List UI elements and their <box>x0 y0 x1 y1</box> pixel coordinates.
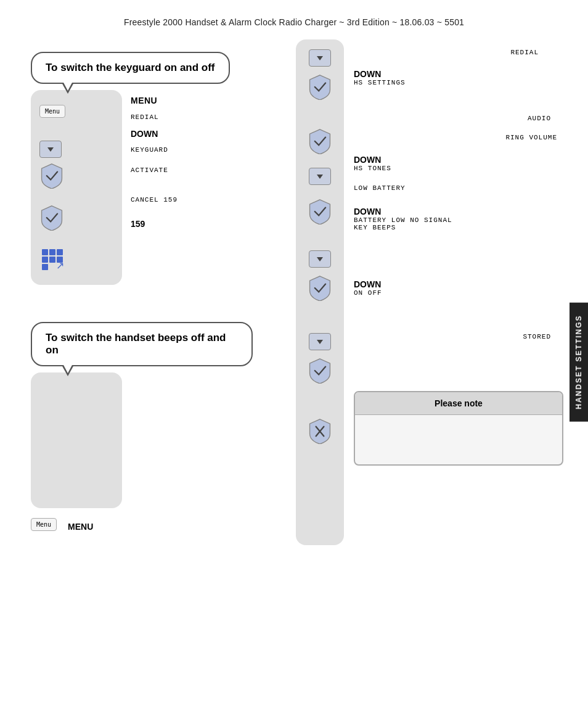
right-check-5[interactable] <box>308 358 332 386</box>
keypad-button[interactable]: ↗ <box>39 247 65 273</box>
right-labels: REDIAL DOWN HS SETTINGS AUDIO RING VOLUM… <box>344 39 563 545</box>
right-column: REDIAL DOWN HS SETTINGS AUDIO RING VOLUM… <box>296 39 563 545</box>
svg-marker-3 <box>317 257 323 261</box>
header-title: Freestyle 2000 Handset & Alarm Clock Rad… <box>124 17 464 27</box>
down-button-1[interactable] <box>39 141 62 158</box>
right-check-2[interactable] <box>308 128 332 157</box>
right-panel <box>296 39 344 545</box>
beeps-panel <box>31 372 122 508</box>
menu-button-2[interactable]: Menu <box>31 518 57 531</box>
right-x-button[interactable] <box>308 418 332 446</box>
section-keyguard: To switch the keyguard on and off Menu <box>31 52 296 285</box>
callout-beeps: To switch the handset beeps off and on <box>31 322 253 366</box>
keyguard-panel: Menu <box>31 90 122 285</box>
bottom-menu-label: MENU <box>63 522 93 532</box>
right-down-4[interactable] <box>309 333 331 350</box>
keyguard-labels: MENU REDIAL DOWN KEYGUARD ACTIVATE <box>122 90 178 285</box>
svg-marker-2 <box>317 175 323 179</box>
callout-keyguard: To switch the keyguard on and off <box>31 52 230 84</box>
right-down-1[interactable] <box>309 49 331 67</box>
right-check-4[interactable] <box>308 275 332 303</box>
please-note-header: Please note <box>355 392 562 415</box>
menu-button-1[interactable]: Menu <box>39 105 65 118</box>
check-button-2[interactable] <box>39 205 64 233</box>
svg-marker-0 <box>47 147 54 152</box>
please-note-box: Please note <box>354 391 563 466</box>
svg-marker-1 <box>317 56 323 60</box>
right-check-1[interactable] <box>308 74 332 102</box>
right-down-3[interactable] <box>309 250 331 268</box>
left-column: To switch the keyguard on and off Menu <box>31 39 296 545</box>
please-note-container: Please note <box>354 379 563 466</box>
check-button-1[interactable] <box>39 163 64 191</box>
please-note-body <box>355 415 562 464</box>
right-check-3[interactable] <box>308 199 332 227</box>
svg-marker-4 <box>317 340 323 344</box>
page-header: Freestyle 2000 Handset & Alarm Clock Rad… <box>0 0 588 39</box>
section-beeps: To switch the handset beeps off and on M… <box>31 322 296 535</box>
right-down-2[interactable] <box>309 168 331 185</box>
